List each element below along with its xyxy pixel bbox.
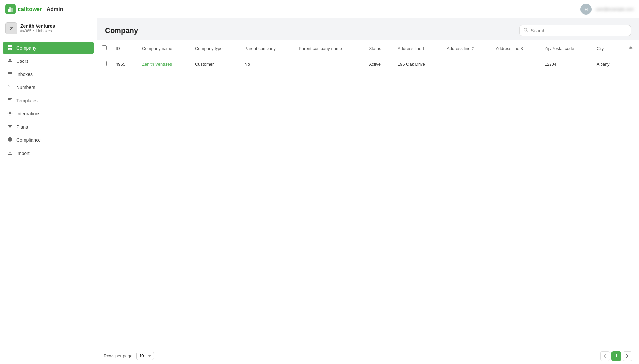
sidebar-item-import[interactable]: Import [3,147,94,159]
row-checkbox-cell [97,57,111,71]
rows-per-page: Rows per page: 10 25 50 100 [104,352,154,360]
col-status: Status [365,40,393,57]
search-icon [524,28,528,33]
cell-parent-company: No [240,57,294,71]
svg-rect-4 [10,45,12,47]
sidebar-item-compliance[interactable]: Compliance [3,134,94,146]
org-name: Zenith Ventures [20,23,55,29]
users-icon [7,58,13,64]
integrations-icon [7,110,13,117]
svg-rect-5 [8,48,10,50]
cell-address1: 196 Oak Drive [393,57,442,71]
svg-rect-11 [8,98,12,99]
rows-select[interactable]: 10 25 50 100 [136,352,154,360]
col-parent-company: Parent company [240,40,294,57]
templates-icon [7,97,13,104]
logo-icon [5,4,16,14]
inboxes-icon [7,71,13,78]
svg-rect-12 [8,99,11,100]
search-input[interactable] [531,28,627,33]
row-checkbox[interactable] [102,61,107,66]
layout: Z Zenith Ventures #4965 • 1 inboxes Comp… [0,18,639,364]
table-body: 4965 Zenith Ventures Customer No Active … [97,57,639,71]
cell-address3 [491,57,540,71]
col-parent-company-name: Parent company name [294,40,364,57]
svg-rect-13 [8,101,11,101]
select-all-checkbox[interactable] [102,45,107,50]
plans-icon [7,124,13,130]
svg-point-15 [9,112,11,114]
svg-rect-9 [8,73,12,74]
org-info: Zenith Ventures #4965 • 1 inboxes [20,23,55,33]
content-header: Company [97,18,639,40]
col-city: City [592,40,622,57]
sidebar-item-users[interactable]: Users [3,55,94,67]
cell-zip: 12204 [540,57,592,71]
select-all-col [97,40,111,57]
logo-text: calltower [18,6,42,12]
col-company-name: Company name [138,40,191,57]
sidebar-item-integrations[interactable]: Integrations [3,108,94,120]
logo: calltower [5,4,42,14]
compliance-icon [7,137,13,143]
user-avatar: H [580,4,592,15]
integrations-label: Integrations [16,111,40,116]
cell-settings [622,57,639,71]
col-address1: Address line 1 [393,40,442,57]
sidebar-item-templates[interactable]: Templates [3,94,94,107]
svg-rect-20 [8,154,12,155]
sidebar-item-company[interactable]: Company [3,42,94,54]
plans-label: Plans [16,124,28,130]
page-title: Company [105,26,138,35]
table-row: 4965 Zenith Ventures Customer No Active … [97,57,639,71]
admin-label: Admin [47,6,63,12]
compliance-label: Compliance [16,137,41,143]
cell-status: Active [365,57,393,71]
rows-label: Rows per page: [104,353,134,358]
sidebar-item-numbers[interactable]: Numbers [3,81,94,94]
numbers-icon [7,84,13,91]
company-icon [7,45,13,51]
table-container: ID Company name Company type Parent comp… [97,40,639,348]
col-address3: Address line 3 [491,40,540,57]
table-settings-button[interactable] [626,44,634,53]
org-section[interactable]: Z Zenith Ventures #4965 • 1 inboxes [0,18,97,38]
col-address2: Address line 2 [442,40,491,57]
svg-point-7 [9,59,11,61]
svg-point-19 [12,113,13,114]
users-label: Users [16,59,29,64]
sidebar-item-plans[interactable]: Plans [3,121,94,133]
svg-rect-10 [8,75,12,75]
user-name: user@example.com [596,7,634,12]
numbers-label: Numbers [16,85,35,90]
col-id: ID [111,40,138,57]
top-header: calltower Admin H user@example.com [0,0,639,18]
page-1-button[interactable]: 1 [611,351,621,361]
table-header-row: ID Company name Company type Parent comp… [97,40,639,57]
prev-page-button[interactable] [600,351,610,361]
cell-id: 4965 [111,57,138,71]
col-zip: Zip/Postal code [540,40,592,57]
templates-label: Templates [16,98,38,103]
pagination: 1 [600,351,632,361]
next-page-button[interactable] [623,351,632,361]
search-bar[interactable] [519,25,631,36]
cell-parent-company-name [294,57,364,71]
cell-company-type: Customer [191,57,240,71]
svg-point-16 [10,111,11,112]
cell-city: Albany [592,57,622,71]
table-footer: Rows per page: 10 25 50 100 1 [97,348,639,364]
import-label: Import [16,151,30,156]
sidebar: Z Zenith Ventures #4965 • 1 inboxes Comp… [0,18,97,364]
cell-company-name[interactable]: Zenith Ventures [138,57,191,71]
col-company-type: Company type [191,40,240,57]
svg-rect-2 [10,8,13,12]
svg-rect-6 [10,48,12,50]
company-label: Company [16,45,36,51]
svg-line-22 [527,31,528,32]
col-settings [622,40,639,57]
nav-menu: Company Users [0,38,97,163]
svg-rect-14 [8,102,10,102]
sidebar-item-inboxes[interactable]: Inboxes [3,68,94,81]
org-avatar: Z [5,22,17,34]
